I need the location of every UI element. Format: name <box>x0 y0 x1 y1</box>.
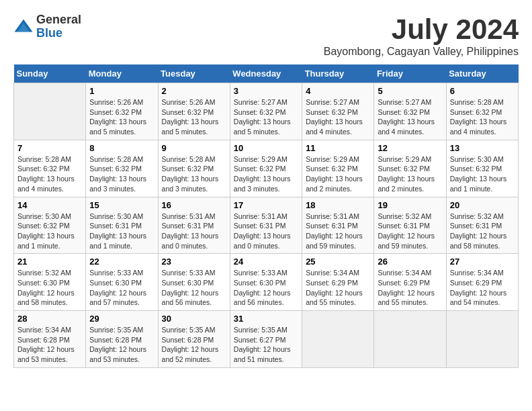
calendar-cell: 8Sunrise: 5:28 AM Sunset: 6:32 PM Daylig… <box>86 140 158 197</box>
page-header: General Blue July 2024 Bayombong, Cagaya… <box>13 13 519 58</box>
calendar-cell: 4Sunrise: 5:27 AM Sunset: 6:32 PM Daylig… <box>302 83 374 140</box>
day-number: 8 <box>89 143 154 153</box>
calendar-cell: 25Sunrise: 5:34 AM Sunset: 6:29 PM Dayli… <box>302 254 374 311</box>
calendar-cell: 22Sunrise: 5:33 AM Sunset: 6:30 PM Dayli… <box>86 254 158 311</box>
day-number: 1 <box>89 86 154 96</box>
day-info: Sunrise: 5:27 AM Sunset: 6:32 PM Dayligh… <box>378 97 442 137</box>
day-info: Sunrise: 5:34 AM Sunset: 6:29 PM Dayligh… <box>306 268 370 308</box>
day-info: Sunrise: 5:33 AM Sunset: 6:30 PM Dayligh… <box>89 268 154 308</box>
logo-blue: Blue <box>36 27 81 40</box>
calendar-cell: 2Sunrise: 5:26 AM Sunset: 6:32 PM Daylig… <box>158 83 230 140</box>
calendar-header: SundayMondayTuesdayWednesdayThursdayFrid… <box>14 64 519 83</box>
day-info: Sunrise: 5:28 AM Sunset: 6:32 PM Dayligh… <box>17 154 82 194</box>
calendar-cell: 10Sunrise: 5:29 AM Sunset: 6:32 PM Dayli… <box>230 140 302 197</box>
day-info: Sunrise: 5:33 AM Sunset: 6:30 PM Dayligh… <box>162 268 226 308</box>
header-cell-monday: Monday <box>86 64 158 83</box>
day-info: Sunrise: 5:30 AM Sunset: 6:32 PM Dayligh… <box>450 154 515 194</box>
calendar-cell: 1Sunrise: 5:26 AM Sunset: 6:32 PM Daylig… <box>86 83 158 140</box>
week-row-5: 28Sunrise: 5:34 AM Sunset: 6:28 PM Dayli… <box>14 311 519 368</box>
calendar-cell <box>374 311 446 368</box>
calendar-cell: 24Sunrise: 5:33 AM Sunset: 6:30 PM Dayli… <box>230 254 302 311</box>
day-info: Sunrise: 5:32 AM Sunset: 6:31 PM Dayligh… <box>378 212 442 251</box>
calendar-cell: 12Sunrise: 5:29 AM Sunset: 6:32 PM Dayli… <box>374 140 446 197</box>
day-info: Sunrise: 5:31 AM Sunset: 6:31 PM Dayligh… <box>234 212 298 251</box>
logo-general: General <box>36 13 81 27</box>
day-info: Sunrise: 5:34 AM Sunset: 6:28 PM Dayligh… <box>17 325 82 365</box>
day-number: 21 <box>17 257 82 267</box>
day-info: Sunrise: 5:34 AM Sunset: 6:29 PM Dayligh… <box>378 268 442 308</box>
calendar-cell: 23Sunrise: 5:33 AM Sunset: 6:30 PM Dayli… <box>158 254 230 311</box>
calendar-cell: 5Sunrise: 5:27 AM Sunset: 6:32 PM Daylig… <box>374 83 446 140</box>
calendar-cell: 18Sunrise: 5:31 AM Sunset: 6:31 PM Dayli… <box>302 197 374 254</box>
day-number: 5 <box>378 86 442 96</box>
week-row-1: 1Sunrise: 5:26 AM Sunset: 6:32 PM Daylig… <box>14 83 519 140</box>
calendar-cell: 17Sunrise: 5:31 AM Sunset: 6:31 PM Dayli… <box>230 197 302 254</box>
day-number: 12 <box>378 143 442 153</box>
day-number: 19 <box>378 200 442 210</box>
day-number: 2 <box>162 86 226 96</box>
day-number: 24 <box>234 257 298 267</box>
day-info: Sunrise: 5:27 AM Sunset: 6:32 PM Dayligh… <box>234 97 298 137</box>
day-info: Sunrise: 5:28 AM Sunset: 6:32 PM Dayligh… <box>162 154 226 194</box>
day-number: 28 <box>17 314 82 324</box>
day-number: 11 <box>306 143 370 153</box>
header-cell-thursday: Thursday <box>302 64 374 83</box>
header-cell-wednesday: Wednesday <box>230 64 302 83</box>
day-number: 16 <box>162 200 226 210</box>
calendar-body: 1Sunrise: 5:26 AM Sunset: 6:32 PM Daylig… <box>14 83 519 368</box>
day-number: 29 <box>89 314 154 324</box>
day-number: 26 <box>378 257 442 267</box>
calendar-cell: 15Sunrise: 5:30 AM Sunset: 6:31 PM Dayli… <box>86 197 158 254</box>
day-info: Sunrise: 5:31 AM Sunset: 6:31 PM Dayligh… <box>306 212 370 251</box>
day-number: 20 <box>450 200 515 210</box>
day-number: 23 <box>162 257 226 267</box>
day-info: Sunrise: 5:29 AM Sunset: 6:32 PM Dayligh… <box>234 154 298 194</box>
day-number: 14 <box>17 200 82 210</box>
day-info: Sunrise: 5:34 AM Sunset: 6:29 PM Dayligh… <box>450 268 515 308</box>
day-info: Sunrise: 5:29 AM Sunset: 6:32 PM Dayligh… <box>378 154 442 194</box>
day-number: 22 <box>89 257 154 267</box>
calendar-cell: 27Sunrise: 5:34 AM Sunset: 6:29 PM Dayli… <box>446 254 518 311</box>
logo-icon <box>13 17 34 37</box>
day-info: Sunrise: 5:28 AM Sunset: 6:32 PM Dayligh… <box>89 154 154 194</box>
header-cell-sunday: Sunday <box>14 64 86 83</box>
logo: General Blue <box>13 13 81 40</box>
day-info: Sunrise: 5:35 AM Sunset: 6:27 PM Dayligh… <box>234 325 298 365</box>
day-number: 9 <box>162 143 226 153</box>
calendar-cell: 9Sunrise: 5:28 AM Sunset: 6:32 PM Daylig… <box>158 140 230 197</box>
day-number: 6 <box>450 86 515 96</box>
calendar-cell: 16Sunrise: 5:31 AM Sunset: 6:31 PM Dayli… <box>158 197 230 254</box>
calendar-cell: 31Sunrise: 5:35 AM Sunset: 6:27 PM Dayli… <box>230 311 302 368</box>
calendar-cell: 30Sunrise: 5:35 AM Sunset: 6:28 PM Dayli… <box>158 311 230 368</box>
day-number: 17 <box>234 200 298 210</box>
day-info: Sunrise: 5:29 AM Sunset: 6:32 PM Dayligh… <box>306 154 370 194</box>
day-number: 25 <box>306 257 370 267</box>
calendar-cell: 29Sunrise: 5:35 AM Sunset: 6:28 PM Dayli… <box>86 311 158 368</box>
calendar-table: SundayMondayTuesdayWednesdayThursdayFrid… <box>13 64 519 368</box>
calendar-cell: 3Sunrise: 5:27 AM Sunset: 6:32 PM Daylig… <box>230 83 302 140</box>
day-info: Sunrise: 5:31 AM Sunset: 6:31 PM Dayligh… <box>162 212 226 251</box>
calendar-cell: 21Sunrise: 5:32 AM Sunset: 6:30 PM Dayli… <box>14 254 86 311</box>
day-number: 3 <box>234 86 298 96</box>
calendar-cell: 13Sunrise: 5:30 AM Sunset: 6:32 PM Dayli… <box>446 140 518 197</box>
header-row: SundayMondayTuesdayWednesdayThursdayFrid… <box>14 64 519 83</box>
day-info: Sunrise: 5:30 AM Sunset: 6:31 PM Dayligh… <box>89 212 154 251</box>
calendar-cell <box>302 311 374 368</box>
day-number: 4 <box>306 86 370 96</box>
day-info: Sunrise: 5:32 AM Sunset: 6:30 PM Dayligh… <box>17 268 82 308</box>
title-section: July 2024 Bayombong, Cagayan Valley, Phi… <box>324 13 519 58</box>
calendar-cell <box>446 311 518 368</box>
day-number: 13 <box>450 143 515 153</box>
header-cell-saturday: Saturday <box>446 64 518 83</box>
calendar-cell: 19Sunrise: 5:32 AM Sunset: 6:31 PM Dayli… <box>374 197 446 254</box>
calendar-cell: 26Sunrise: 5:34 AM Sunset: 6:29 PM Dayli… <box>374 254 446 311</box>
day-number: 10 <box>234 143 298 153</box>
day-number: 15 <box>89 200 154 210</box>
location-title: Bayombong, Cagayan Valley, Philippines <box>324 46 519 58</box>
calendar-cell <box>14 83 86 140</box>
header-cell-friday: Friday <box>374 64 446 83</box>
day-info: Sunrise: 5:35 AM Sunset: 6:28 PM Dayligh… <box>89 325 154 365</box>
calendar-cell: 6Sunrise: 5:28 AM Sunset: 6:32 PM Daylig… <box>446 83 518 140</box>
calendar-cell: 14Sunrise: 5:30 AM Sunset: 6:32 PM Dayli… <box>14 197 86 254</box>
day-info: Sunrise: 5:32 AM Sunset: 6:31 PM Dayligh… <box>450 212 515 251</box>
